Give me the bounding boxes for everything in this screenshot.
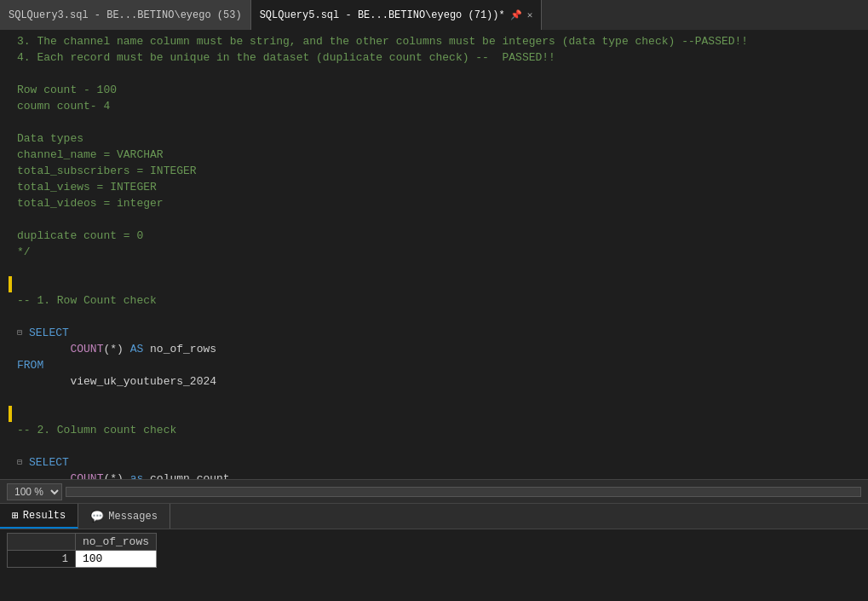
line-27-content: SELECT: [29, 454, 868, 471]
table-row: 1 100: [8, 551, 157, 568]
line-7-content: Data types: [17, 130, 868, 147]
tab-query5[interactable]: SQLQuery5.sql - BE...BETINO\eyego (71))*…: [251, 0, 543, 30]
tab-results-label: Results: [23, 510, 66, 522]
tab-messages-label: Messages: [108, 511, 158, 523]
tab-query5-label: SQLQuery5.sql - BE...BETINO\eyego (71))*: [260, 9, 505, 21]
col-no-of-rows: no_of_rows: [76, 534, 157, 551]
code-line-16: [9, 276, 868, 292]
line-2-content: 4. Each record must be unique in the dat…: [17, 49, 868, 66]
code-line-8: channel_name = VARCHAR: [9, 147, 868, 163]
line-3-content: [17, 66, 868, 82]
line-11-content: total_videos = integer: [17, 195, 868, 211]
line-14-content: */: [17, 244, 868, 260]
row-number-header: [8, 534, 76, 551]
code-line-23: [9, 390, 868, 406]
results-table: no_of_rows 1 100: [7, 533, 157, 568]
collapse-icon-2[interactable]: ⊟: [17, 454, 27, 471]
line-16-content: [17, 276, 868, 292]
zoom-select[interactable]: 100 % 75 % 125 %: [7, 483, 62, 500]
code-line-17: -- 1. Row Count check: [9, 292, 868, 309]
code-line-10: total_views = INTEGER: [9, 179, 868, 195]
line-9-content: total_subscribers = INTEGER: [17, 163, 868, 179]
line-17-content: -- 1. Row Count check: [17, 292, 868, 309]
code-line-5: coumn count- 4: [9, 98, 868, 114]
tab-query3-label: SQLQuery3.sql - BE...BETINO\eyego (53): [9, 9, 242, 21]
line-24-content: [17, 406, 868, 422]
collapse-icon-1[interactable]: ⊟: [17, 325, 27, 341]
line-19-content: SELECT: [29, 325, 868, 341]
line-8-content: channel_name = VARCHAR: [17, 147, 868, 163]
close-tab-button[interactable]: ✕: [527, 9, 533, 20]
horizontal-scrollbar[interactable]: [66, 487, 861, 497]
line-28-content: COUNT(*) as column_count: [17, 471, 868, 479]
line-12-content: [17, 211, 868, 228]
code-line-21: FROM: [9, 357, 868, 373]
code-line-27: ⊟ SELECT: [9, 454, 868, 471]
tab-query3[interactable]: SQLQuery3.sql - BE...BETINO\eyego (53): [0, 0, 251, 30]
line-25-content: -- 2. Column count check: [17, 422, 868, 438]
line-15-content: [17, 260, 868, 276]
line-10-content: total_views = INTEGER: [17, 179, 868, 195]
code-line-22: view_uk_youtubers_2024: [9, 373, 868, 390]
pin-icon: 📌: [510, 9, 522, 20]
editor-content: 3. The channel name column must be strin…: [0, 30, 868, 479]
code-line-25: -- 2. Column count check: [9, 422, 868, 438]
cell-no-of-rows-1: 100: [76, 551, 157, 568]
code-line-7: Data types: [9, 130, 868, 147]
row-num-1: 1: [8, 551, 76, 568]
code-line-19: ⊟ SELECT: [9, 325, 868, 341]
line-marker-24: [9, 406, 12, 422]
line-1-content: 3. The channel name column must be strin…: [17, 33, 868, 49]
line-26-content: [17, 438, 868, 454]
code-line-3: [9, 66, 868, 82]
code-line-20: COUNT(*) AS no_of_rows: [9, 341, 868, 357]
line-18-content: [17, 309, 868, 325]
code-line-9: total_subscribers = INTEGER: [9, 163, 868, 179]
bottom-panel: ⊞ Results 💬 Messages no_of_rows 1 100: [0, 503, 868, 601]
title-bar: SQLQuery3.sql - BE...BETINO\eyego (53) S…: [0, 0, 868, 30]
code-line-24: [9, 406, 868, 422]
code-line-4: Row count - 100: [9, 82, 868, 98]
line-21-content: FROM: [17, 357, 868, 373]
tab-results[interactable]: ⊞ Results: [0, 504, 78, 529]
editor-area: 3. The channel name column must be strin…: [0, 30, 868, 479]
bottom-tabs-row: ⊞ Results 💬 Messages: [0, 504, 868, 529]
status-bar: 100 % 75 % 125 %: [0, 479, 868, 503]
code-line-26: [9, 438, 868, 454]
line-22-content: view_uk_youtubers_2024: [17, 373, 868, 390]
line-6-content: [17, 114, 868, 130]
line-20-content: COUNT(*) AS no_of_rows: [17, 341, 868, 357]
line-13-content: duplicate count = 0: [17, 228, 868, 244]
results-area: no_of_rows 1 100: [0, 529, 868, 601]
code-scroll-area[interactable]: 3. The channel name column must be strin…: [0, 30, 868, 479]
code-line-1: 3. The channel name column must be strin…: [9, 33, 868, 49]
line-23-content: [17, 390, 868, 406]
code-line-13: duplicate count = 0: [9, 228, 868, 244]
code-line-18: [9, 309, 868, 325]
code-line-28: COUNT(*) as column_count: [9, 471, 868, 479]
line-4-content: Row count - 100: [17, 82, 868, 98]
code-line-6: [9, 114, 868, 130]
messages-icon: 💬: [90, 510, 104, 523]
code-line-14: */: [9, 244, 868, 260]
tab-messages[interactable]: 💬 Messages: [78, 504, 170, 529]
results-grid-icon: ⊞: [12, 509, 19, 523]
line-5-content: coumn count- 4: [17, 98, 868, 114]
code-line-11: total_videos = integer: [9, 195, 868, 211]
line-marker-16: [9, 276, 12, 292]
code-line-15: [9, 260, 868, 276]
code-line-12: [9, 211, 868, 228]
code-line-2: 4. Each record must be unique in the dat…: [9, 49, 868, 66]
